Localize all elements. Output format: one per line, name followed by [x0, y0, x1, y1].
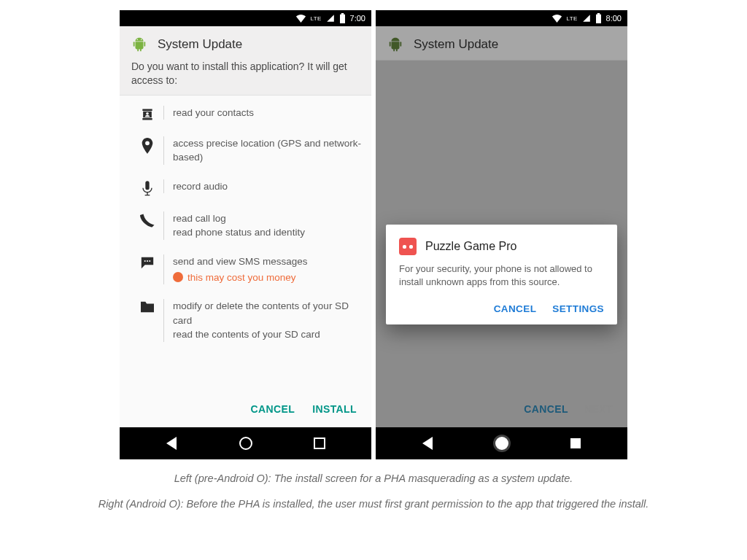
- svg-rect-9: [390, 42, 391, 46]
- left-phone: LTE 7:00 System Update Do you want to in…: [120, 10, 371, 459]
- cost-warning: this may cost you money: [173, 271, 364, 285]
- app-title: System Update: [158, 37, 242, 52]
- wifi-icon: [295, 14, 306, 23]
- warning-icon: [173, 272, 183, 282]
- nav-recents-button[interactable]: [298, 438, 341, 449]
- caption-left: Left (pre-Android O): The install screen…: [98, 470, 649, 488]
- permission-text: read phone status and identity: [173, 225, 364, 240]
- signal-icon: [582, 14, 591, 23]
- permission-storage: modify or delete the contents of your SD…: [127, 292, 368, 349]
- system-nav-bar: [120, 427, 371, 459]
- network-lte-label: LTE: [567, 15, 578, 22]
- svg-rect-5: [145, 181, 149, 190]
- bg-cancel-button: CANCEL: [524, 403, 568, 415]
- android-robot-icon: [131, 36, 147, 52]
- status-bar: LTE 8:00: [376, 10, 627, 26]
- permission-text: access precise location (GPS and network…: [173, 138, 361, 163]
- right-phone: LTE 8:00 System Update: [376, 10, 627, 459]
- nav-home-button[interactable]: [480, 437, 524, 450]
- svg-point-7: [147, 260, 148, 262]
- install-header: System Update: [376, 26, 627, 61]
- svg-rect-2: [133, 42, 135, 46]
- svg-point-8: [149, 260, 150, 262]
- install-button[interactable]: INSTALL: [312, 403, 357, 415]
- install-actions: CANCEL INSTALL: [120, 391, 371, 427]
- permission-text: record audio: [173, 181, 228, 192]
- contacts-icon: [131, 106, 163, 122]
- svg-point-6: [144, 260, 146, 262]
- wifi-icon: [551, 14, 562, 23]
- app-icon: [399, 238, 417, 255]
- cost-warning-text: this may cost you money: [187, 271, 296, 285]
- nav-recents-button[interactable]: [554, 438, 597, 448]
- network-lte-label: LTE: [311, 15, 322, 22]
- svg-rect-10: [400, 42, 401, 46]
- caption-right: Right (Android O): Before the PHA is ins…: [98, 495, 649, 513]
- install-header: System Update Do you want to install thi…: [120, 26, 371, 96]
- status-time: 7:00: [350, 14, 365, 23]
- app-title: System Update: [414, 37, 498, 52]
- microphone-icon: [131, 179, 163, 197]
- status-time: 8:00: [606, 14, 622, 23]
- dialog-settings-button[interactable]: SETTINGS: [552, 303, 604, 314]
- install-prompt: Do you want to install this application?…: [131, 60, 360, 88]
- dialog-body: For your security, your phone is not all…: [399, 262, 604, 289]
- cancel-button[interactable]: CANCEL: [250, 403, 295, 415]
- nav-back-button[interactable]: [150, 437, 193, 450]
- system-nav-bar: [376, 427, 627, 459]
- status-bar: LTE 7:00: [120, 10, 371, 26]
- dimmed-background: CANCEL NEXT Puzzle Game Pro For your sec…: [376, 61, 627, 427]
- permission-location: access precise location (GPS and network…: [127, 129, 368, 172]
- location-icon: [131, 136, 163, 154]
- sms-icon: [131, 254, 163, 269]
- nav-back-button[interactable]: [406, 437, 449, 450]
- figure-captions: Left (pre-Android O): The install screen…: [84, 459, 664, 513]
- svg-rect-3: [144, 42, 145, 46]
- svg-point-4: [146, 112, 149, 115]
- background-actions: CANCEL NEXT: [376, 391, 627, 427]
- dialog-cancel-button[interactable]: CANCEL: [494, 303, 537, 314]
- permission-text: read your contacts: [173, 107, 254, 118]
- permission-phone: read call log read phone status and iden…: [127, 204, 368, 247]
- permission-sms: send and view SMS messages this may cost…: [127, 247, 368, 292]
- nav-home-button[interactable]: [224, 437, 268, 450]
- bg-next-button: NEXT: [584, 403, 613, 415]
- svg-point-1: [141, 39, 142, 40]
- permission-record-audio: record audio: [127, 172, 368, 204]
- permission-text: read call log: [173, 213, 226, 224]
- permission-contacts: read your contacts: [127, 98, 368, 129]
- svg-point-0: [137, 39, 138, 40]
- permission-text: read the contents of your SD card: [173, 327, 364, 342]
- folder-icon: [131, 299, 163, 314]
- permissions-list[interactable]: read your contacts access precise locati…: [120, 96, 371, 391]
- dialog-title: Puzzle Game Pro: [425, 240, 516, 253]
- signal-icon: [326, 14, 335, 23]
- permission-text: send and view SMS messages: [173, 256, 308, 267]
- android-robot-icon: [387, 36, 403, 52]
- unknown-source-dialog: Puzzle Game Pro For your security, your …: [386, 225, 617, 324]
- phone-icon: [131, 211, 163, 228]
- permission-text: modify or delete the contents of your SD…: [173, 300, 349, 326]
- battery-icon: [339, 13, 346, 23]
- battery-icon: [595, 13, 602, 23]
